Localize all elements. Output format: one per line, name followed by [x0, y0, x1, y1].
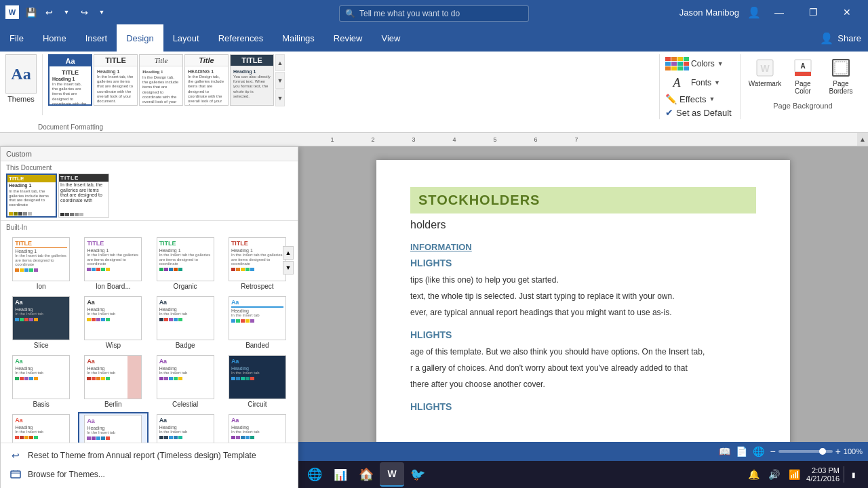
- svg-rect-6: [835, 62, 847, 74]
- style-title-text: TITLE: [52, 69, 88, 76]
- page-background-label: Page Background: [773, 102, 832, 110]
- colors-button[interactable]: Colors ▼: [665, 54, 734, 73]
- restore-button[interactable]: ❐: [797, 0, 829, 24]
- theme-damask[interactable]: Aa Heading In the Insert tab Damask: [78, 412, 148, 443]
- theme-badge[interactable]: Aa Heading In the Insert tab Badge: [151, 294, 220, 351]
- fonts-dropdown-icon: ▼: [714, 79, 720, 86]
- doc-format-label: Document Formatting: [38, 123, 103, 131]
- format-expand[interactable]: ▼: [275, 89, 285, 106]
- menu-references[interactable]: References: [209, 24, 273, 52]
- theme-berlin[interactable]: Aa Heading In the Insert tab Berlin: [78, 353, 148, 410]
- menu-mailings[interactable]: Mailings: [273, 24, 324, 52]
- grid-scroll-up[interactable]: ▲: [283, 246, 294, 260]
- doc-tip3: ever, are typical annual report headings…: [410, 306, 756, 319]
- doc-highlights2: HLIGHTS: [410, 329, 756, 340]
- format-style-3[interactable]: Title Heading 1 In the Design tab, the g…: [139, 54, 183, 106]
- view-read-button[interactable]: 📖: [719, 446, 730, 457]
- watermark-button[interactable]: W Watermark: [749, 54, 781, 96]
- effects-button[interactable]: ✏️ Effects ▼: [665, 92, 734, 106]
- undo-button[interactable]: ↩: [41, 4, 57, 20]
- profile-icon[interactable]: 👤: [747, 6, 761, 19]
- share-icon[interactable]: 👤: [820, 32, 833, 45]
- bird-button[interactable]: 🐦: [406, 462, 430, 487]
- doc-format-area: Aa TITLE Heading 1 In the Insert tab, th…: [48, 54, 656, 106]
- zoom-control: − + 100%: [770, 446, 863, 457]
- speaker-icon[interactable]: 🔊: [766, 466, 782, 483]
- format-style-4[interactable]: Title HEADING 1 In the Design tab, the g…: [184, 54, 229, 106]
- browse-themes-button[interactable]: Browse for Themes...: [6, 465, 292, 484]
- word-taskbar-button[interactable]: W: [380, 462, 404, 487]
- format-scroll-up[interactable]: ▲: [275, 54, 285, 71]
- undo-dropdown[interactable]: ▼: [58, 4, 75, 20]
- zoom-slider[interactable]: [778, 450, 833, 453]
- themes-grid: TITLE Heading 1 In the Insert tab the ga…: [3, 232, 295, 443]
- save-button[interactable]: 💾: [23, 4, 39, 20]
- menu-review[interactable]: Review: [324, 24, 372, 52]
- search-bar[interactable]: 🔍 Tell me what you want to do: [339, 5, 529, 22]
- grid-scroll-down[interactable]: ▼: [283, 261, 294, 274]
- close-button[interactable]: ✕: [831, 0, 863, 24]
- view-web-button[interactable]: 🌐: [753, 446, 764, 457]
- menu-insert[interactable]: Insert: [76, 24, 117, 52]
- home-button[interactable]: 🏠: [354, 462, 378, 487]
- minimize-button[interactable]: —: [764, 0, 795, 24]
- menu-file[interactable]: File: [0, 24, 33, 52]
- zoom-minus-button[interactable]: −: [770, 446, 775, 457]
- ruler-collapse-button[interactable]: ▲: [857, 133, 868, 146]
- theme-basis[interactable]: Aa Heading In the Insert tab Basis: [6, 353, 76, 410]
- chrome-button[interactable]: 🌐: [302, 462, 327, 487]
- theme-ion[interactable]: TITLE Heading 1 In the Insert tab the ga…: [6, 235, 76, 292]
- theme-wisp[interactable]: Aa Heading In the Insert tab Wisp: [78, 294, 148, 351]
- theme-organic[interactable]: TITLE Heading 1 In the Insert tab the ga…: [151, 235, 220, 292]
- menu-view[interactable]: View: [372, 24, 410, 52]
- style-heading-text: Heading 1: [52, 77, 88, 81]
- theme-banded[interactable]: Aa Heading In the Insert tab Banded: [222, 294, 292, 351]
- theme-slice[interactable]: Aa Heading In the Insert tab Slice: [6, 294, 76, 351]
- customize-button[interactable]: ▼: [94, 4, 110, 20]
- svg-rect-7: [11, 471, 20, 478]
- share-label[interactable]: Share: [837, 33, 861, 43]
- menu-design[interactable]: Design: [117, 24, 163, 52]
- redo-button[interactable]: ↪: [76, 4, 92, 20]
- effects-pencil-icon: ✏️: [665, 94, 677, 104]
- menu-home[interactable]: Home: [33, 24, 76, 52]
- fonts-button[interactable]: A Fonts ▼: [665, 73, 734, 92]
- format-style-title[interactable]: Aa TITLE Heading 1 In the Insert tab, th…: [48, 54, 92, 106]
- format-style-5[interactable]: TITLE Heading 1 You can also directly fo…: [230, 54, 274, 106]
- zoom-plus-button[interactable]: +: [835, 446, 841, 457]
- svg-text:A: A: [800, 62, 805, 70]
- theme-crop[interactable]: Aa Heading In the Insert tab Crop: [6, 412, 76, 443]
- menu-layout[interactable]: Layout: [163, 24, 209, 52]
- theme-ionboard-label: Ion Board...: [96, 283, 131, 290]
- view-print-button[interactable]: 📄: [736, 446, 747, 457]
- style2-title: TITLE: [94, 55, 137, 66]
- grid-scroll: ▲ ▼: [283, 246, 294, 274]
- theme-retrospect[interactable]: TITLE Heading 1 In the Insert tab the ga…: [222, 235, 292, 292]
- format-scroll-down[interactable]: ▼: [275, 72, 285, 89]
- theme-ionboard[interactable]: TITLE Heading 1 In the Insert tab the ga…: [78, 235, 148, 292]
- reset-theme-button[interactable]: ↩ Reset to Theme from Annual report (Tim…: [6, 446, 292, 465]
- theme-item-title[interactable]: TITLE In the Insert tab, the galleries a…: [58, 174, 109, 218]
- unknown-button1[interactable]: 📊: [328, 462, 353, 487]
- theme-circuit[interactable]: Aa Heading In the Insert tab Circuit: [222, 353, 292, 410]
- theme-depth[interactable]: Aa Heading In the Insert tab Depth: [151, 412, 220, 443]
- themes-button[interactable]: Aa: [5, 54, 37, 94]
- set-as-default-button[interactable]: ✔ Set as Default: [665, 106, 734, 119]
- theme-celestial[interactable]: Aa Heading In the Insert tab Celestial: [151, 353, 220, 410]
- network-icon[interactable]: 📶: [786, 466, 802, 483]
- style3-heading: Heading 1: [142, 69, 180, 75]
- format-scroll: ▲ ▼ ▼: [275, 54, 285, 106]
- format-style-2[interactable]: TITLE Heading 1 In the Insert tab, the g…: [94, 54, 138, 106]
- effects-label: Effects: [679, 94, 707, 104]
- show-desktop-button[interactable]: ▮: [844, 466, 860, 483]
- theme-circuit-label: Circuit: [248, 401, 267, 408]
- doc-heading-text: STOCKHOLDERS: [418, 192, 540, 207]
- theme-item-annual[interactable]: TITLE Heading 1 In the Insert tab, the g…: [6, 174, 57, 218]
- notification-icon[interactable]: 🔔: [745, 466, 762, 483]
- doc-format-section-label: Document Formatting: [3, 123, 103, 131]
- page-borders-button[interactable]: Page Borders: [825, 54, 857, 96]
- save-theme-button[interactable]: Save Current Theme...: [6, 484, 292, 488]
- page-color-button[interactable]: A Page Color: [787, 54, 819, 96]
- themes-section: Aa Themes: [5, 54, 43, 115]
- theme-dividend[interactable]: Aa Heading In the Insert tab Dividend: [222, 412, 292, 443]
